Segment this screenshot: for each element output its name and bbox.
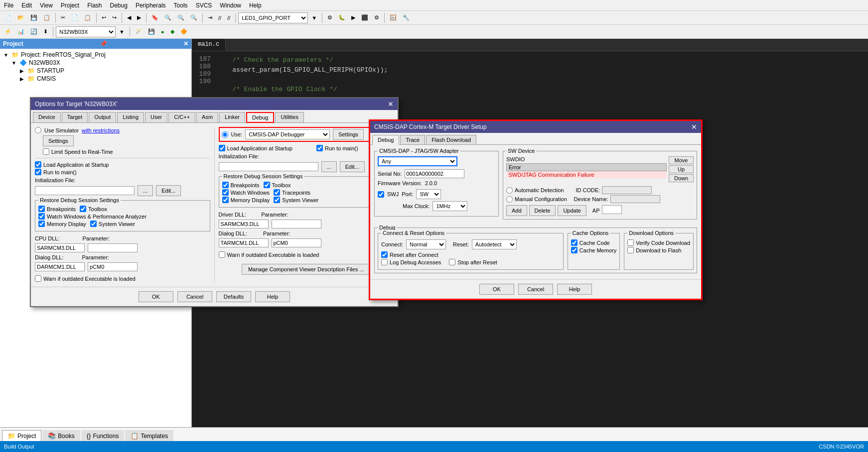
target-select[interactable]: N32WB03X	[56, 26, 116, 37]
cache-code-cb[interactable]	[571, 239, 578, 246]
btab-templates[interactable]: 📋 Templates	[125, 430, 173, 441]
sysviewer-cb-left[interactable]	[90, 221, 97, 227]
btab-books[interactable]: 📚 Books	[42, 430, 80, 441]
tree-item-n32[interactable]: ▼ 🔷 N32WB03X	[2, 59, 189, 67]
menu-debug[interactable]: Debug	[106, 1, 132, 10]
ap-input[interactable]	[602, 205, 622, 214]
cmsis-tab-debug[interactable]: Debug	[372, 135, 399, 145]
panel-close[interactable]: ✕	[183, 40, 188, 47]
settings-btn2[interactable]: ⚙	[372, 13, 382, 22]
t2-btn3[interactable]: 🔄	[28, 27, 40, 36]
cpu-param-input-left[interactable]	[88, 243, 138, 252]
save-all-btn[interactable]: 📋	[41, 13, 53, 22]
menu-file[interactable]: File	[0, 1, 17, 10]
download-flash-cb[interactable]	[627, 247, 634, 253]
use-sim-radio[interactable]	[35, 127, 41, 133]
cmsis-tab-flash[interactable]: Flash Download	[426, 135, 476, 144]
add-btn[interactable]: Add	[506, 205, 527, 216]
chip-btn[interactable]: 💾	[145, 27, 157, 36]
cpu-dll-input-left[interactable]	[35, 243, 85, 252]
driver-dll-input-right[interactable]	[219, 220, 269, 228]
limit-speed-cb[interactable]	[43, 148, 49, 155]
memory-cb-left[interactable]	[38, 221, 45, 227]
redo-btn[interactable]: ↪	[110, 13, 119, 22]
down-btn[interactable]: Down	[669, 174, 694, 182]
uncomment-btn[interactable]: //	[225, 13, 233, 22]
use-debugger-radio[interactable]	[222, 131, 228, 138]
swj-cb[interactable]	[378, 191, 384, 198]
menu-view[interactable]: View	[36, 1, 57, 10]
any-select[interactable]: Any	[378, 156, 457, 166]
serial-input[interactable]	[405, 169, 464, 178]
comment-btn[interactable]: //	[216, 13, 224, 22]
menu-project[interactable]: Project	[57, 1, 83, 10]
debug-btn[interactable]: 🐛	[336, 13, 348, 22]
tree-item-cmsis[interactable]: ▶ 📁 CMSIS	[2, 75, 189, 83]
toolbox-cb-right[interactable]	[264, 182, 270, 188]
tracepoints-cb-right[interactable]	[274, 189, 280, 196]
paste-btn[interactable]: 📋	[82, 13, 94, 22]
options-close-btn[interactable]: ✕	[388, 100, 394, 108]
dialog-dll-input-right2[interactable]	[219, 238, 269, 247]
panel-pin[interactable]: 📌	[100, 40, 107, 47]
dropdown-arrow[interactable]: ▼	[309, 13, 319, 22]
copy-btn[interactable]: 📄	[69, 13, 81, 22]
save-btn[interactable]: 💾	[28, 13, 40, 22]
run-main-cb-left[interactable]	[35, 169, 41, 175]
edit-btn-left[interactable]: Edit...	[156, 185, 181, 196]
init-file-input-left[interactable]	[35, 186, 135, 195]
debugger-select[interactable]: CMSIS-DAP Debugger	[245, 129, 330, 139]
bookmark-btn[interactable]: 🔖	[149, 13, 161, 22]
t2-btn1[interactable]: ⚡	[2, 27, 14, 36]
tab-linker[interactable]: Linker	[219, 112, 245, 122]
menu-help[interactable]: Help	[245, 1, 266, 10]
tab-listing[interactable]: Listing	[117, 112, 144, 122]
sysviewer-cb-right[interactable]	[274, 197, 280, 203]
breakpoints-cb-right[interactable]	[222, 182, 229, 188]
memory-cb-right[interactable]	[222, 197, 229, 203]
tab-device[interactable]: Device	[33, 112, 61, 122]
tree-item-project[interactable]: ▼ 📁 Project: FreeRTOS_Signal_Proj	[2, 51, 189, 59]
dialog-param-input-right2[interactable]	[272, 238, 321, 247]
load-app-cb-right[interactable]	[219, 145, 225, 151]
magic-btn[interactable]: 🪄	[133, 27, 145, 36]
tab-target[interactable]: Target	[62, 112, 88, 122]
options-ok-btn[interactable]: OK	[139, 291, 173, 302]
green2-btn[interactable]: ◆	[168, 27, 177, 36]
new-btn[interactable]: 📄	[2, 13, 14, 22]
dialog-param-input-left[interactable]	[88, 262, 138, 271]
reset-after-cb[interactable]	[381, 251, 388, 258]
back-btn[interactable]: ◀	[125, 13, 134, 22]
cmsis-tab-trace[interactable]: Trace	[400, 135, 425, 144]
btab-functions[interactable]: {} Functions	[81, 430, 125, 441]
undo-btn[interactable]: ↩	[99, 13, 109, 22]
driver-param-input-right[interactable]	[272, 220, 321, 228]
device-name-input[interactable]	[610, 195, 660, 203]
target-dropdown[interactable]: LED1_GPIO_PORT	[238, 12, 308, 23]
tab-cc[interactable]: C/C++	[168, 112, 195, 122]
options-dialog[interactable]: Options for Target 'N32WB03X' ✕ Device T…	[30, 97, 399, 307]
sim-settings-btn[interactable]: Settings	[43, 135, 74, 146]
menu-svcs[interactable]: SVCS	[192, 1, 216, 10]
with-restrictions-link[interactable]: with restrictions	[82, 127, 120, 133]
tab-output[interactable]: Output	[89, 112, 116, 122]
tools-btn2[interactable]: 🔧	[400, 13, 412, 22]
find2-btn[interactable]: 🔍	[175, 13, 187, 22]
btab-project[interactable]: 📁 Project	[2, 430, 41, 441]
port-select[interactable]: SW	[416, 189, 441, 199]
menu-flash[interactable]: Flash	[83, 1, 106, 10]
cmsis-ok-btn[interactable]: OK	[479, 284, 514, 295]
move-btn[interactable]: Move	[669, 156, 694, 164]
delete-btn[interactable]: Delete	[529, 205, 556, 216]
options-help-btn[interactable]: Help	[255, 291, 290, 302]
options-cancel-btn[interactable]: Cancel	[177, 291, 212, 302]
cut-btn[interactable]: ✂	[58, 13, 68, 22]
warn-outdated-cb-right[interactable]	[219, 251, 225, 258]
menu-window[interactable]: Window	[216, 1, 245, 10]
windows-btn[interactable]: 🪟	[387, 13, 399, 22]
auto-detect-radio[interactable]	[506, 187, 513, 194]
run-btn[interactable]: ▶	[349, 13, 358, 22]
right-settings-btn[interactable]: Settings	[333, 129, 364, 140]
edit-btn-right[interactable]: Edit...	[340, 161, 365, 172]
load-app-cb-left[interactable]	[35, 161, 41, 168]
